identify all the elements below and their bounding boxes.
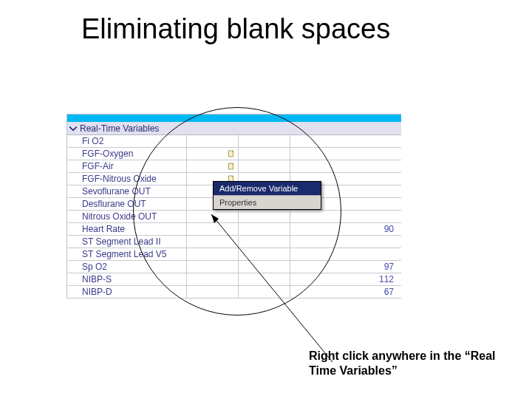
- cell: [239, 211, 290, 222]
- table-row[interactable]: ST Segment Lead II: [67, 236, 401, 248]
- context-menu: Add/Remove Variable Properties: [213, 181, 321, 210]
- variable-label: FGF-Oxygen: [67, 148, 187, 160]
- value-cell: [290, 211, 401, 222]
- cell: [239, 223, 290, 235]
- variable-label: NIBP-S: [67, 273, 187, 285]
- cell: [187, 211, 239, 222]
- table-row[interactable]: Nitrous Oxide OUT: [67, 211, 401, 223]
- cell: [187, 148, 239, 160]
- variable-label: Fi O2: [67, 135, 187, 147]
- variable-label: Sevoflurane OUT: [67, 185, 187, 197]
- cell: [239, 236, 290, 248]
- value-cell: 90: [290, 223, 401, 235]
- cell: [187, 273, 239, 285]
- value-cell: 112: [290, 273, 401, 285]
- variable-label: ST Segment Lead V5: [67, 248, 187, 260]
- cell: [187, 286, 239, 298]
- document-icon: [228, 163, 235, 170]
- value-cell: 67: [290, 286, 401, 298]
- cell: [239, 160, 290, 172]
- cell: [187, 160, 239, 172]
- cell: [187, 248, 239, 260]
- table-row[interactable]: NIBP-D67: [67, 286, 401, 299]
- value-cell: [290, 135, 401, 147]
- caption-text: Right click anywhere in the “Real Time V…: [309, 349, 523, 378]
- variable-label: ST Segment Lead II: [67, 236, 187, 248]
- slide-title: Eliminating blank spaces: [81, 13, 390, 45]
- table-row[interactable]: NIBP-S112: [67, 273, 401, 286]
- value-cell: [290, 160, 401, 172]
- table-row[interactable]: Sp O297: [67, 261, 401, 273]
- table-row[interactable]: FGF-Air: [67, 160, 401, 173]
- cell: [239, 148, 290, 160]
- cell: [187, 223, 239, 235]
- table-row[interactable]: ST Segment Lead V5: [67, 248, 401, 261]
- variable-label: NIBP-D: [67, 286, 187, 298]
- table-row[interactable]: Heart Rate90: [67, 223, 401, 236]
- cell: [187, 135, 239, 147]
- cell: [239, 273, 290, 285]
- chevron-down-icon: [69, 124, 78, 133]
- document-icon: [228, 150, 235, 157]
- cell: [239, 135, 290, 147]
- cell: [239, 261, 290, 273]
- variable-label: FGF-Air: [67, 160, 187, 172]
- variable-label: FGF-Nitrous Oxide: [67, 173, 187, 185]
- variable-label: Sp O2: [67, 261, 187, 273]
- panel-titlebar: [67, 115, 401, 122]
- section-header[interactable]: Real-Time Variables: [67, 122, 401, 135]
- menu-add-remove-variable[interactable]: Add/Remove Variable: [214, 182, 321, 196]
- cell: [187, 236, 239, 248]
- cell: [187, 261, 239, 273]
- value-cell: [290, 248, 401, 260]
- value-cell: 97: [290, 261, 401, 273]
- variable-label: Desflurane OUT: [67, 198, 187, 210]
- value-cell: [290, 148, 401, 160]
- section-header-label: Real-Time Variables: [80, 123, 159, 134]
- value-cell: [290, 236, 401, 248]
- variable-label: Nitrous Oxide OUT: [67, 211, 187, 222]
- table-row[interactable]: Fi O2: [67, 135, 401, 148]
- table-row[interactable]: FGF-Oxygen: [67, 148, 401, 160]
- cell: [239, 248, 290, 260]
- variable-label: Heart Rate: [67, 223, 187, 235]
- cell: [239, 286, 290, 298]
- menu-properties[interactable]: Properties: [214, 196, 321, 209]
